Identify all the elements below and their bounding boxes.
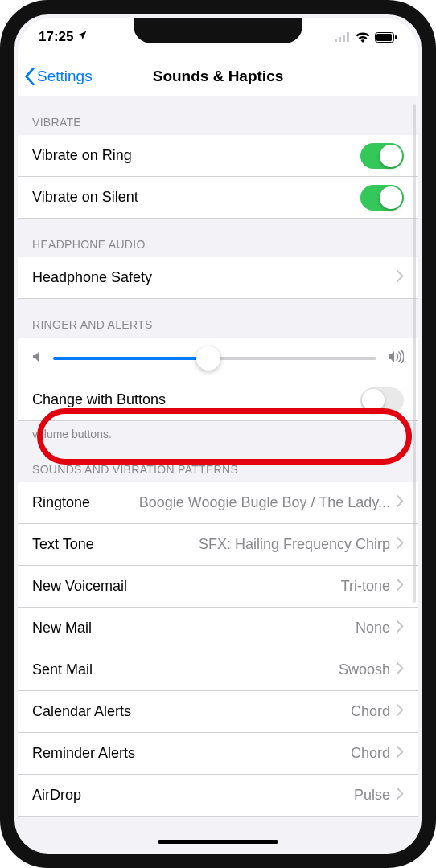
row-vibrate-ring[interactable]: Vibrate on Ring [18, 135, 418, 177]
row-value: Chord [131, 703, 390, 720]
section-footer-ringer: volume buttons. [18, 421, 418, 444]
toggle-vibrate-silent[interactable] [360, 185, 404, 211]
row-calendar-alerts[interactable]: Calendar Alerts Chord [18, 691, 418, 733]
chevron-right-icon [397, 494, 404, 511]
back-label: Settings [37, 68, 93, 85]
row-value: Pulse [81, 787, 390, 804]
row-airdrop[interactable]: AirDrop Pulse [18, 775, 418, 817]
row-value: Tri-tone [127, 578, 390, 595]
row-label: Vibrate on Ring [32, 147, 132, 164]
battery-icon [375, 32, 397, 43]
settings-content: VIBRATE Vibrate on Ring Vibrate on Silen… [18, 96, 418, 850]
row-label: Change with Buttons [32, 391, 166, 408]
location-icon [76, 29, 88, 45]
page-title: Sounds & Haptics [153, 68, 284, 85]
row-new-voicemail[interactable]: New Voicemail Tri-tone [18, 566, 418, 608]
row-label: New Mail [32, 620, 92, 637]
row-label: New Voicemail [32, 578, 127, 595]
chevron-right-icon [397, 661, 404, 678]
svg-rect-3 [347, 32, 349, 42]
svg-rect-2 [343, 35, 345, 42]
row-label: Reminder Alerts [32, 745, 135, 762]
chevron-right-icon [397, 536, 404, 553]
toggle-vibrate-ring[interactable] [360, 143, 404, 169]
row-reminder-alerts[interactable]: Reminder Alerts Chord [18, 733, 418, 775]
chevron-right-icon [397, 787, 404, 804]
row-new-mail[interactable]: New Mail None [18, 608, 418, 649]
scroll-indicator [413, 104, 416, 603]
row-label: Vibrate on Silent [32, 189, 138, 206]
home-indicator[interactable] [158, 840, 278, 844]
svg-rect-5 [376, 34, 392, 41]
row-value: Boogie Woogie Bugle Boy / The Lady... [98, 494, 390, 511]
volume-low-icon [32, 351, 42, 366]
row-label: Ringtone [32, 494, 90, 511]
back-button[interactable]: Settings [24, 56, 93, 96]
volume-high-icon [388, 350, 404, 366]
ringer-volume-slider[interactable] [18, 338, 418, 379]
row-value: SFX: Hailing Frequency Chirp [94, 536, 390, 553]
row-value: Chord [135, 745, 390, 762]
row-label: Sent Mail [32, 661, 93, 678]
row-change-with-buttons[interactable]: Change with Buttons [18, 379, 418, 421]
svg-rect-1 [339, 37, 341, 42]
section-header-patterns: SOUNDS AND VIBRATION PATTERNS [18, 444, 418, 482]
chevron-right-icon [397, 703, 404, 720]
row-text-tone[interactable]: Text Tone SFX: Hailing Frequency Chirp [18, 524, 418, 566]
row-value: Swoosh [93, 661, 390, 678]
chevron-right-icon [397, 578, 404, 595]
row-vibrate-silent[interactable]: Vibrate on Silent [18, 177, 418, 219]
row-value: None [92, 620, 390, 637]
nav-bar: Settings Sounds & Haptics [18, 56, 418, 96]
section-header-vibrate: VIBRATE [18, 96, 418, 135]
chevron-left-icon [24, 68, 35, 85]
cellular-icon [335, 32, 351, 42]
section-header-headphone: HEADPHONE AUDIO [18, 219, 418, 257]
svg-rect-6 [395, 35, 397, 39]
row-label: AirDrop [32, 787, 81, 804]
row-label: Text Tone [32, 536, 94, 553]
svg-rect-0 [335, 39, 337, 42]
toggle-change-with-buttons[interactable] [360, 387, 404, 413]
row-headphone-safety[interactable]: Headphone Safety [18, 257, 418, 299]
section-header-ringer: RINGER AND ALERTS [18, 299, 418, 338]
chevron-right-icon [397, 620, 404, 637]
status-time: 17:25 [39, 29, 73, 45]
row-label: Calendar Alerts [32, 703, 131, 720]
row-sent-mail[interactable]: Sent Mail Swoosh [18, 649, 418, 691]
row-ringtone[interactable]: Ringtone Boogie Woogie Bugle Boy / The L… [18, 482, 418, 524]
chevron-right-icon [397, 269, 404, 286]
row-label: Headphone Safety [32, 269, 152, 286]
chevron-right-icon [397, 745, 404, 762]
wifi-icon [356, 32, 370, 43]
